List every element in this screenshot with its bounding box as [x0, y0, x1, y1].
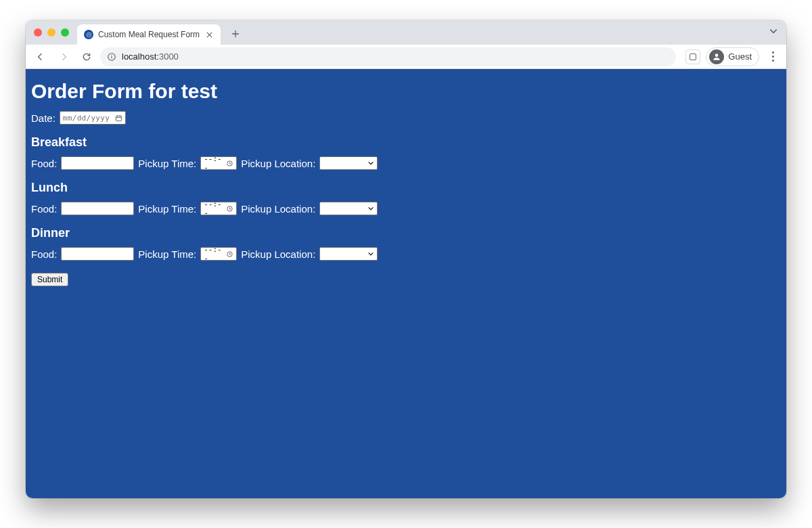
lunch-heading: Lunch [31, 181, 781, 195]
svg-rect-3 [111, 54, 112, 55]
time-placeholder: --:-- [204, 245, 223, 263]
dinner-food-input[interactable] [61, 247, 134, 261]
breakfast-pickup-location-label: Pickup Location: [241, 158, 315, 169]
breakfast-pickup-location-select[interactable] [319, 156, 378, 170]
time-placeholder: --:-- [204, 154, 223, 172]
new-tab-button[interactable] [226, 24, 245, 43]
clock-icon [226, 205, 233, 213]
dinner-row: Food: Pickup Time: --:-- Pickup Location… [31, 247, 781, 261]
nav-forward-button[interactable] [54, 47, 73, 66]
url-host: localhost: [122, 51, 159, 62]
dinner-pickup-time-label: Pickup Time: [138, 248, 196, 260]
svg-rect-2 [111, 56, 112, 58]
dinner-pickup-location-select[interactable] [319, 247, 378, 261]
clock-icon [226, 160, 233, 167]
address-bar[interactable]: localhost:3000 [100, 47, 676, 66]
window-maximize-button[interactable] [61, 28, 69, 37]
clock-icon [226, 250, 233, 258]
window-close-button[interactable] [34, 28, 42, 37]
browser-tab[interactable]: Custom Meal Request Form [77, 24, 221, 45]
time-placeholder: --:-- [204, 200, 223, 217]
url-text: localhost:3000 [122, 51, 179, 62]
lunch-pickup-location-label: Pickup Location: [241, 203, 315, 215]
chevron-down-icon [367, 250, 374, 257]
avatar-icon [709, 49, 724, 64]
profile-button[interactable]: Guest [706, 47, 759, 66]
lunch-food-input[interactable] [61, 202, 134, 215]
tab-title: Custom Meal Request Form [98, 30, 200, 39]
tab-strip: Custom Meal Request Form [26, 20, 786, 45]
breakfast-food-label: Food: [31, 158, 57, 169]
dinner-heading: Dinner [31, 226, 781, 240]
nav-reload-button[interactable] [77, 47, 96, 66]
url-port: 3000 [159, 51, 179, 62]
tab-strip-dropdown-button[interactable] [769, 26, 778, 36]
tab-close-button[interactable] [204, 30, 214, 39]
breakfast-pickup-time-input[interactable]: --:-- [200, 156, 237, 170]
extensions-icon [690, 53, 696, 60]
breakfast-food-input[interactable] [61, 156, 134, 170]
window-minimize-button[interactable] [47, 28, 55, 37]
toolbar-right: Guest [685, 47, 781, 66]
window-controls [34, 28, 69, 37]
page-heading: Order Form for test [31, 80, 781, 103]
calendar-icon [115, 114, 122, 122]
submit-button[interactable]: Submit [31, 273, 68, 286]
nav-back-button[interactable] [31, 47, 50, 66]
browser-toolbar: localhost:3000 Guest [26, 45, 786, 69]
lunch-pickup-time-input[interactable]: --:-- [200, 202, 237, 215]
lunch-pickup-time-label: Pickup Time: [138, 203, 196, 215]
lunch-pickup-location-select[interactable] [319, 202, 378, 215]
breakfast-pickup-time-label: Pickup Time: [138, 158, 196, 169]
browser-menu-button[interactable] [765, 51, 781, 62]
dinner-pickup-time-input[interactable]: --:-- [200, 247, 237, 261]
tab-favicon-icon [84, 30, 93, 39]
breakfast-heading: Breakfast [31, 135, 781, 150]
lunch-row: Food: Pickup Time: --:-- Pickup Location… [31, 202, 781, 215]
chevron-down-icon [367, 205, 374, 212]
extensions-button[interactable] [685, 49, 700, 64]
date-input[interactable]: mm/dd/yyyy [60, 111, 126, 125]
profile-label: Guest [728, 51, 752, 62]
dinner-food-label: Food: [31, 248, 57, 260]
dinner-pickup-location-label: Pickup Location: [241, 248, 315, 260]
svg-rect-4 [116, 116, 121, 120]
date-placeholder: mm/dd/yyyy [63, 114, 110, 123]
browser-window: Custom Meal Request Form localhost:30 [26, 20, 786, 498]
breakfast-row: Food: Pickup Time: --:-- Pickup Location… [31, 156, 781, 170]
lunch-food-label: Food: [31, 203, 57, 215]
date-row: Date: mm/dd/yyyy [31, 111, 781, 125]
site-info-icon[interactable] [107, 52, 116, 62]
chevron-down-icon [367, 160, 374, 167]
date-label: Date: [31, 112, 55, 124]
page-content: Order Form for test Date: mm/dd/yyyy Bre… [26, 69, 786, 498]
